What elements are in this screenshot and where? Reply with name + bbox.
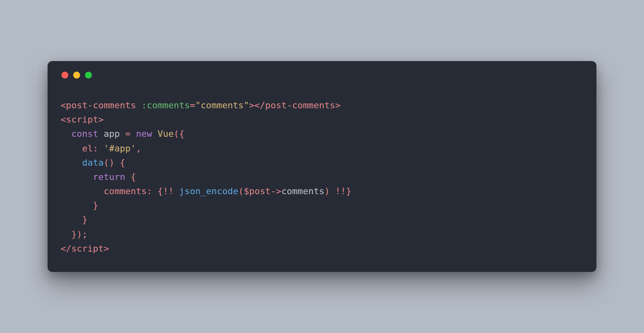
code-token: { <box>120 158 125 168</box>
code-token: = <box>190 100 195 110</box>
code-token <box>98 143 104 153</box>
code-token: = <box>125 129 131 139</box>
code-token: ( <box>238 186 244 196</box>
code-line: } <box>61 198 583 213</box>
code-token: > <box>104 243 109 254</box>
code-line: const app = new Vue({ <box>61 127 583 141</box>
code-token: }); <box>72 229 88 239</box>
code-token: , <box>136 143 141 153</box>
code-token: comments <box>281 186 324 196</box>
code-token: script <box>72 243 104 254</box>
code-token: () <box>104 158 115 168</box>
code-block: <post-comments :comments="comments"></po… <box>61 98 583 256</box>
code-token: return <box>93 172 125 182</box>
window-close-button[interactable] <box>61 72 68 79</box>
code-token: </ <box>61 243 72 254</box>
code-token: { <box>131 172 136 182</box>
code-token: Vue <box>157 129 174 139</box>
code-token: -> <box>271 186 282 196</box>
code-token: ></ <box>249 100 265 110</box>
code-token: ) <box>324 186 330 196</box>
code-token: > <box>98 114 104 125</box>
code-token: :comments <box>141 100 190 110</box>
code-line: el: '#app', <box>61 141 583 156</box>
code-token: post-comments <box>265 100 335 110</box>
code-token: "comments" <box>195 100 249 110</box>
code-line: }); <box>61 227 583 241</box>
code-window: <post-comments :comments="comments"></po… <box>48 61 596 272</box>
code-token <box>131 129 136 139</box>
code-token: const <box>72 129 98 139</box>
code-token: '#app' <box>104 143 136 153</box>
code-token <box>136 100 141 110</box>
code-token <box>330 186 335 196</box>
code-line: comments: {!! json_encode($post->comment… <box>61 184 583 198</box>
code-token: ({ <box>174 129 185 139</box>
code-token: new <box>136 129 152 139</box>
code-token: < <box>61 114 66 125</box>
code-line: } <box>61 213 583 227</box>
code-token: json_encode <box>179 186 238 196</box>
code-token: post-comments <box>66 100 136 110</box>
code-token: } <box>93 200 98 210</box>
code-line: <script> <box>61 112 583 127</box>
code-token: < <box>61 100 66 110</box>
code-line: return { <box>61 170 583 184</box>
code-token <box>152 186 157 196</box>
code-token: } <box>82 215 87 225</box>
code-token: script <box>66 114 98 125</box>
code-token: : <box>93 143 98 153</box>
code-token <box>125 172 131 182</box>
code-token: !!} <box>335 186 352 196</box>
code-token: data <box>82 158 104 168</box>
window-zoom-button[interactable] <box>85 72 92 79</box>
code-token: el <box>82 143 93 153</box>
code-token: comments <box>104 186 147 196</box>
window-minimize-button[interactable] <box>73 72 80 79</box>
code-line: <post-comments :comments="comments"></po… <box>61 98 583 112</box>
code-token: {!! <box>157 186 174 196</box>
code-token: : <box>147 186 152 196</box>
code-token: > <box>335 100 341 110</box>
code-line: </script> <box>61 241 583 256</box>
code-line: data() { <box>61 156 583 170</box>
code-token: $post <box>244 186 270 196</box>
code-token <box>174 186 179 196</box>
code-token <box>152 129 157 139</box>
code-token: app <box>98 129 125 139</box>
traffic-lights <box>61 72 583 79</box>
code-token <box>114 158 120 168</box>
